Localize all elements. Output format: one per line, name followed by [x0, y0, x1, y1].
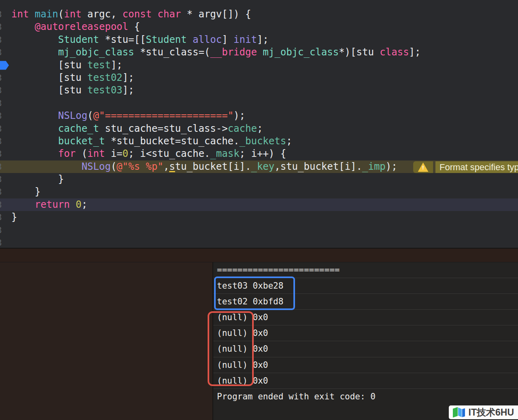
code-line[interactable]: 3 return 0; — [0, 198, 518, 211]
console-line: test03 0xbe28 — [213, 278, 518, 294]
console-line: (null) 0x0 — [213, 310, 518, 325]
console-output: ========================test03 0xbe28tes… — [213, 262, 518, 405]
warning-triangle-icon — [418, 163, 429, 172]
line-number-clipped: 3 — [0, 225, 3, 236]
code-line[interactable]: 3 NSLog(@"====================="); — [0, 110, 518, 122]
breakpoint-marker[interactable] — [0, 60, 9, 71]
code-line[interactable]: 3 [stu test]; — [0, 59, 518, 72]
console-pane[interactable]: ========================test03 0xbe28tes… — [213, 262, 518, 420]
line-number-clipped: 3 — [0, 35, 3, 45]
code-line[interactable]: 3 — [0, 97, 518, 110]
line-number-clipped: 3 — [0, 136, 3, 147]
code-line[interactable]: 3 @autoreleasepool { — [0, 21, 518, 33]
console-line: Program ended with exit code: 0 — [213, 389, 518, 405]
line-number-clipped: 3 — [0, 212, 3, 223]
code-line[interactable]: 3 mj_objc_class *stu_class=(__bridge mj_… — [0, 46, 518, 59]
code-line[interactable]: 3 cache_t stu_cache=stu_class->cache; — [0, 122, 518, 135]
warning-text-box: Format specifies typ — [435, 161, 518, 173]
line-number-clipped: 3 — [0, 9, 3, 20]
line-number-clipped: 3 — [0, 111, 3, 121]
warning-banner[interactable]: Format specifies typ — [413, 161, 518, 173]
code-line[interactable]: 3 — [0, 236, 518, 248]
line-number-clipped: 3 — [0, 98, 3, 109]
watermark-badge: IT技术6HU — [449, 405, 518, 419]
line-number-clipped: 3 — [0, 174, 3, 185]
line-number-clipped: 3 — [0, 238, 3, 248]
warning-icon-box — [413, 161, 433, 173]
code-line[interactable]: 3 } — [0, 186, 518, 198]
variables-pane — [0, 262, 213, 420]
code-line[interactable]: 3 } — [0, 173, 518, 186]
warning-message: Format specifies typ — [439, 162, 518, 173]
code-line[interactable]: 3 — [0, 224, 518, 236]
line-number-clipped: 3 — [0, 124, 3, 134]
code-line[interactable]: 3 [stu test02]; — [0, 72, 518, 84]
line-number-clipped: 3 — [0, 47, 3, 58]
line-number-clipped: 3 — [0, 200, 3, 210]
watermark-logo-icon — [452, 407, 466, 418]
console-line: (null) 0x0 — [213, 341, 518, 357]
line-number-clipped: 3 — [0, 22, 3, 32]
code-line[interactable]: 3 bucket_t *stu_bucket=stu_cache._bucket… — [0, 135, 518, 148]
code-editor[interactable]: 3int main(int argc, const char * argv[])… — [0, 0, 518, 248]
console-line: (null) 0x0 — [213, 325, 518, 341]
watermark-text: IT技术6HU — [469, 406, 514, 419]
line-number-clipped: 3 — [0, 73, 3, 83]
debug-area: ========================test03 0xbe28tes… — [0, 262, 518, 420]
code-lines: 3int main(int argc, const char * argv[])… — [0, 8, 518, 248]
code-line[interactable]: 3 [stu test03]; — [0, 84, 518, 97]
console-line: ======================== — [213, 262, 518, 278]
line-number-clipped: 3 — [0, 162, 3, 172]
code-line[interactable]: 3 Student *stu=[[Student alloc] init]; — [0, 34, 518, 46]
console-line: test02 0xbfd8 — [213, 294, 518, 310]
console-line: (null) 0x0 — [213, 373, 518, 389]
console-line: (null) 0x0 — [213, 357, 518, 373]
code-line[interactable]: 3} — [0, 211, 518, 224]
code-line[interactable]: 3int main(int argc, const char * argv[])… — [0, 8, 518, 21]
line-number-clipped: 3 — [0, 85, 3, 96]
code-line[interactable]: 3 for (int i=0; i<stu_cache._mask; i++) … — [0, 148, 518, 160]
line-number-clipped: 3 — [0, 187, 3, 197]
debug-bar — [0, 248, 518, 262]
line-number-clipped: 3 — [0, 149, 3, 159]
